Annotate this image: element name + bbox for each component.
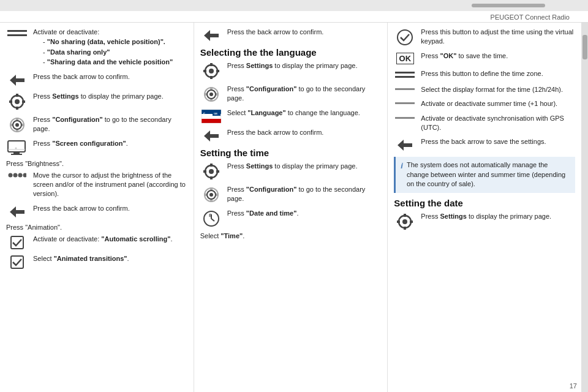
svg-marker-28 [204, 30, 219, 41]
svg-rect-34 [216, 70, 219, 72]
svg-point-20 [15, 147, 17, 149]
svg-rect-57 [203, 170, 206, 173]
svg-rect-40 [204, 93, 206, 96]
svg-rect-18 [11, 154, 22, 155]
col1-screen-row: Press "Screen configuration". [6, 139, 187, 155]
svg-rect-74 [395, 102, 415, 104]
section-language: Selecting the the language [200, 47, 382, 58]
col3-back-arrow-save-row: Press the back arrow to save the setting… [394, 137, 575, 152]
back-arrow-confirm2-row: Press the back arrow to confirm. [6, 204, 187, 219]
data-sharing-item: "Data sharing only" [38, 47, 187, 58]
svg-line-69 [211, 219, 214, 221]
svg-point-61 [209, 193, 213, 197]
lines-icon2 [394, 69, 416, 80]
svg-point-24 [23, 173, 27, 177]
svg-rect-12 [16, 118, 18, 120]
svg-rect-14 [10, 124, 12, 126]
svg-point-70 [398, 30, 412, 45]
col2-language-row: F GB Select "Language" to change the lan… [200, 108, 382, 123]
col2-config-gear-icon [200, 85, 222, 103]
flag-icon: F GB [200, 108, 222, 123]
activate-deactivate-row: Activate or deactivate: "No sharing (dat… [6, 28, 187, 67]
check-circle-icon [394, 28, 416, 46]
col2-datetime-row: 8 Press "Date and time". [200, 209, 382, 227]
clock-icon: 8 [200, 209, 222, 227]
svg-marker-2 [10, 75, 24, 86]
section-date: Setting the date [394, 198, 575, 208]
col2-back-arrow-icon2 [200, 128, 222, 143]
svg-rect-1 [7, 34, 27, 36]
svg-rect-73 [395, 88, 415, 90]
top-scrollbar [0, 0, 588, 11]
col2-settings-gear-icon [200, 61, 222, 80]
col3: Press this button to adjust the time usi… [388, 23, 582, 392]
col3-settings-gear-icon [394, 212, 416, 230]
svg-rect-79 [404, 214, 406, 217]
svg-rect-50 [213, 119, 221, 123]
svg-rect-63 [210, 200, 213, 202]
scrollbar-thumb[interactable] [582, 35, 587, 59]
ok-button-icon: OK [394, 51, 416, 64]
svg-rect-49 [213, 116, 221, 119]
press-brightness: Press "Brightness". [6, 160, 187, 167]
single-line-icon [394, 85, 416, 91]
svg-point-4 [15, 99, 20, 104]
config-gear-icon1 [6, 115, 28, 134]
svg-rect-5 [16, 94, 18, 97]
col3-display-format-row: Select the display format for the time (… [394, 85, 575, 94]
svg-rect-75 [395, 117, 415, 119]
settings-gear-icon1 [6, 92, 28, 110]
svg-rect-13 [16, 130, 18, 132]
svg-rect-16 [8, 141, 25, 152]
col1-settings-row: Press Settings to display the primary pa… [6, 92, 187, 110]
svg-rect-71 [395, 72, 415, 74]
section-time: Setting the time [200, 148, 382, 158]
info-icon: i [401, 160, 403, 189]
col1-config-row: Press "Configuration" to go to the secon… [6, 115, 187, 134]
back-arrow-icon2 [6, 204, 28, 219]
svg-rect-33 [203, 70, 206, 72]
info-box: i The system does not automatically mana… [394, 157, 575, 192]
checkbox-anim-icon [6, 254, 28, 269]
brightness-row: Move the cursor to adjust the brightness… [6, 171, 187, 199]
col2-settings-row: Press Settings to display the primary pa… [200, 61, 382, 80]
col3-adjust-time-row: Press this button to adjust the time usi… [394, 28, 575, 47]
single-line-icon2 [394, 99, 416, 105]
svg-rect-32 [210, 76, 213, 79]
col2-back-arrow1-row: Press the back arrow to confirm. [200, 28, 382, 42]
svg-point-78 [402, 219, 407, 224]
page-title: PEUGEOT Connect Radio [0, 11, 588, 23]
svg-rect-80 [404, 227, 406, 230]
select-time-text: Select "Time". [200, 232, 382, 239]
col2-config-row: Press "Configuration" to go to the secon… [200, 85, 382, 104]
svg-rect-82 [410, 221, 413, 223]
svg-marker-25 [10, 206, 24, 217]
checkbox-auto-icon [6, 235, 28, 249]
svg-rect-39 [210, 99, 213, 102]
col1: Activate or deactivate: "No sharing (dat… [0, 23, 194, 392]
back-arrow-icon1 [6, 72, 28, 87]
press-animation: Press "Animation". [6, 224, 187, 231]
back-arrow-confirm1-row: Press the back arrow to confirm. [6, 72, 187, 87]
svg-rect-64 [204, 194, 206, 196]
col2: Press the back arrow to confirm. Selecti… [194, 23, 388, 392]
scrollbar[interactable] [582, 23, 588, 392]
col3-ok-row: OK Press "OK" to save the time. [394, 51, 575, 64]
svg-point-30 [209, 69, 214, 74]
svg-rect-7 [9, 100, 12, 103]
svg-rect-17 [13, 152, 20, 154]
col2-back-arrow-icon1 [200, 28, 222, 42]
svg-point-21 [9, 173, 13, 177]
dots-icon [6, 171, 28, 178]
col3-gps-sync-row: Activate or deactivate synchronisation w… [394, 114, 575, 133]
svg-rect-56 [210, 176, 213, 179]
col2-settings-gear-icon2 [200, 162, 222, 180]
svg-rect-31 [210, 63, 213, 66]
svg-point-37 [209, 92, 213, 96]
col3-timezone-row: Press this button to define the time zon… [394, 69, 575, 80]
page-number: 17 [570, 382, 577, 390]
svg-marker-52 [204, 130, 219, 141]
svg-rect-62 [210, 187, 213, 190]
col2-config2-row: Press "Configuration" to go to the secon… [200, 185, 382, 204]
col3-summer-time-row: Activate or deactivate summer time (+1 h… [394, 99, 575, 108]
